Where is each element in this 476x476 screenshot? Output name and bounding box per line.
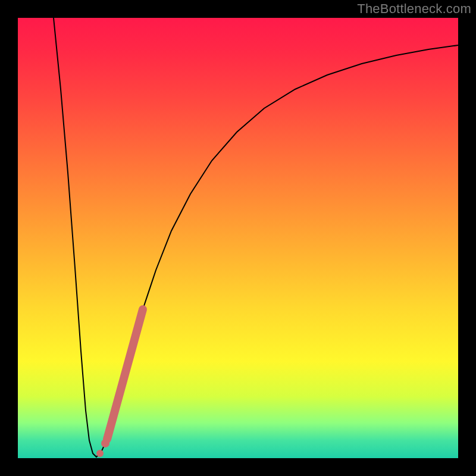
chart-frame: TheBottleneck.com: [0, 0, 476, 476]
curve-svg: [18, 18, 458, 458]
highlight-segment: [107, 309, 143, 439]
highlight-dot: [96, 450, 104, 457]
watermark-text: TheBottleneck.com: [357, 1, 471, 17]
highlight-dot: [101, 439, 109, 447]
plot-area: [18, 18, 458, 458]
bottleneck-curve: [54, 18, 458, 457]
